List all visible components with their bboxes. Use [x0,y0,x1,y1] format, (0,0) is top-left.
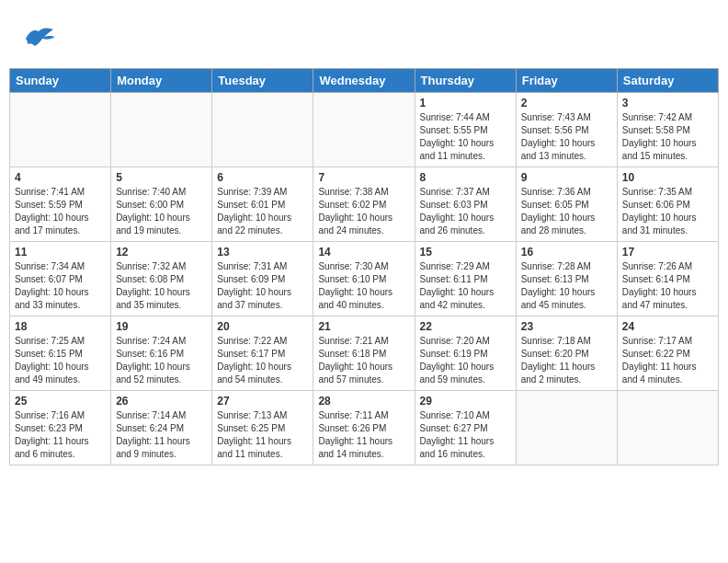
header-thursday: Thursday [415,69,516,93]
day-info: Sunrise: 7:36 AM Sunset: 6:05 PM Dayligh… [521,186,612,237]
calendar-cell: 7Sunrise: 7:38 AM Sunset: 6:02 PM Daylig… [313,167,415,242]
day-info: Sunrise: 7:30 AM Sunset: 6:10 PM Dayligh… [318,260,409,312]
day-info: Sunrise: 7:18 AM Sunset: 6:20 PM Dayligh… [521,335,612,386]
calendar-week-2: 11Sunrise: 7:34 AM Sunset: 6:07 PM Dayli… [10,242,719,316]
calendar-cell: 28Sunrise: 7:11 AM Sunset: 6:26 PM Dayli… [313,391,415,465]
day-number: 4 [15,171,106,184]
day-number: 9 [521,171,612,184]
day-number: 17 [622,246,713,259]
calendar-cell: 13Sunrise: 7:31 AM Sunset: 6:09 PM Dayli… [212,242,313,316]
day-number: 11 [15,246,106,259]
day-info: Sunrise: 7:25 AM Sunset: 6:15 PM Dayligh… [15,335,106,386]
day-number: 10 [622,171,713,184]
day-number: 20 [217,320,308,333]
calendar-week-1: 4Sunrise: 7:41 AM Sunset: 5:59 PM Daylig… [10,167,719,242]
day-number: 15 [420,246,511,259]
calendar-cell [313,93,415,167]
calendar-cell [617,391,718,465]
calendar-cell [516,391,617,465]
calendar-cell: 6Sunrise: 7:39 AM Sunset: 6:01 PM Daylig… [212,167,313,242]
day-info: Sunrise: 7:21 AM Sunset: 6:18 PM Dayligh… [318,335,409,386]
calendar-cell: 11Sunrise: 7:34 AM Sunset: 6:07 PM Dayli… [10,242,111,316]
calendar-cell: 21Sunrise: 7:21 AM Sunset: 6:18 PM Dayli… [313,316,415,391]
day-number: 16 [521,246,612,259]
day-number: 18 [15,320,106,333]
day-number: 25 [15,395,106,408]
calendar-cell: 1Sunrise: 7:44 AM Sunset: 5:55 PM Daylig… [415,93,516,167]
calendar-cell: 10Sunrise: 7:35 AM Sunset: 6:06 PM Dayli… [617,167,718,242]
calendar-cell: 16Sunrise: 7:28 AM Sunset: 6:13 PM Dayli… [516,242,617,316]
header-saturday: Saturday [617,69,718,93]
calendar-cell: 24Sunrise: 7:17 AM Sunset: 6:22 PM Dayli… [617,316,718,391]
calendar-cell: 5Sunrise: 7:40 AM Sunset: 6:00 PM Daylig… [111,167,212,242]
day-info: Sunrise: 7:40 AM Sunset: 6:00 PM Dayligh… [116,186,207,237]
day-info: Sunrise: 7:35 AM Sunset: 6:06 PM Dayligh… [622,186,713,237]
day-info: Sunrise: 7:43 AM Sunset: 5:56 PM Dayligh… [521,111,612,163]
calendar-cell: 19Sunrise: 7:24 AM Sunset: 6:16 PM Dayli… [111,316,212,391]
calendar-cell: 12Sunrise: 7:32 AM Sunset: 6:08 PM Dayli… [111,242,212,316]
calendar-cell: 18Sunrise: 7:25 AM Sunset: 6:15 PM Dayli… [10,316,111,391]
day-info: Sunrise: 7:29 AM Sunset: 6:11 PM Dayligh… [420,260,511,312]
day-number: 22 [420,320,511,333]
calendar-week-0: 1Sunrise: 7:44 AM Sunset: 5:55 PM Daylig… [10,93,719,167]
calendar-cell [111,93,212,167]
day-info: Sunrise: 7:24 AM Sunset: 6:16 PM Dayligh… [116,335,207,386]
calendar-cell: 23Sunrise: 7:18 AM Sunset: 6:20 PM Dayli… [516,316,617,391]
calendar-cell: 20Sunrise: 7:22 AM Sunset: 6:17 PM Dayli… [212,316,313,391]
day-info: Sunrise: 7:10 AM Sunset: 6:27 PM Dayligh… [420,409,511,461]
calendar-cell: 27Sunrise: 7:13 AM Sunset: 6:25 PM Dayli… [212,391,313,465]
calendar-cell: 17Sunrise: 7:26 AM Sunset: 6:14 PM Dayli… [617,242,718,316]
day-number: 1 [420,97,511,109]
day-info: Sunrise: 7:34 AM Sunset: 6:07 PM Dayligh… [15,260,106,312]
page-header [9,9,719,63]
calendar-table: SundayMondayTuesdayWednesdayThursdayFrid… [9,68,719,465]
day-info: Sunrise: 7:28 AM Sunset: 6:13 PM Dayligh… [521,260,612,312]
calendar-cell: 2Sunrise: 7:43 AM Sunset: 5:56 PM Daylig… [516,93,617,167]
day-info: Sunrise: 7:41 AM Sunset: 5:59 PM Dayligh… [15,186,106,237]
day-number: 7 [318,171,409,184]
day-info: Sunrise: 7:17 AM Sunset: 6:22 PM Dayligh… [622,335,713,386]
calendar-cell: 29Sunrise: 7:10 AM Sunset: 6:27 PM Dayli… [415,391,516,465]
day-number: 13 [217,246,308,259]
day-number: 6 [217,171,308,184]
day-info: Sunrise: 7:22 AM Sunset: 6:17 PM Dayligh… [217,335,308,386]
header-sunday: Sunday [10,69,111,93]
day-info: Sunrise: 7:39 AM Sunset: 6:01 PM Dayligh… [217,186,308,237]
calendar-cell: 22Sunrise: 7:20 AM Sunset: 6:19 PM Dayli… [415,316,516,391]
day-info: Sunrise: 7:38 AM Sunset: 6:02 PM Dayligh… [318,186,409,237]
day-info: Sunrise: 7:13 AM Sunset: 6:25 PM Dayligh… [217,409,308,461]
day-info: Sunrise: 7:20 AM Sunset: 6:19 PM Dayligh… [420,335,511,386]
header-wednesday: Wednesday [313,69,415,93]
day-info: Sunrise: 7:32 AM Sunset: 6:08 PM Dayligh… [116,260,207,312]
header-friday: Friday [516,69,617,93]
header-tuesday: Tuesday [212,69,313,93]
logo [18,18,63,59]
day-number: 12 [116,246,207,259]
day-number: 3 [622,97,713,109]
day-info: Sunrise: 7:37 AM Sunset: 6:03 PM Dayligh… [420,186,511,237]
day-number: 23 [521,320,612,333]
calendar-header-row: SundayMondayTuesdayWednesdayThursdayFrid… [10,69,719,93]
day-info: Sunrise: 7:44 AM Sunset: 5:55 PM Dayligh… [420,111,511,163]
day-number: 24 [622,320,713,333]
calendar-cell [212,93,313,167]
header-monday: Monday [111,69,212,93]
day-info: Sunrise: 7:31 AM Sunset: 6:09 PM Dayligh… [217,260,308,312]
day-number: 19 [116,320,207,333]
day-number: 26 [116,395,207,408]
calendar-cell: 4Sunrise: 7:41 AM Sunset: 5:59 PM Daylig… [10,167,111,242]
calendar-cell: 14Sunrise: 7:30 AM Sunset: 6:10 PM Dayli… [313,242,415,316]
calendar-week-3: 18Sunrise: 7:25 AM Sunset: 6:15 PM Dayli… [10,316,719,391]
calendar-cell: 26Sunrise: 7:14 AM Sunset: 6:24 PM Dayli… [111,391,212,465]
day-number: 14 [318,246,409,259]
calendar-week-4: 25Sunrise: 7:16 AM Sunset: 6:23 PM Dayli… [10,391,719,465]
day-number: 21 [318,320,409,333]
day-number: 29 [420,395,511,408]
day-number: 27 [217,395,308,408]
day-info: Sunrise: 7:14 AM Sunset: 6:24 PM Dayligh… [116,409,207,461]
day-info: Sunrise: 7:16 AM Sunset: 6:23 PM Dayligh… [15,409,106,461]
calendar-cell [10,93,111,167]
day-info: Sunrise: 7:11 AM Sunset: 6:26 PM Dayligh… [318,409,409,461]
calendar-cell: 9Sunrise: 7:36 AM Sunset: 6:05 PM Daylig… [516,167,617,242]
day-info: Sunrise: 7:26 AM Sunset: 6:14 PM Dayligh… [622,260,713,312]
